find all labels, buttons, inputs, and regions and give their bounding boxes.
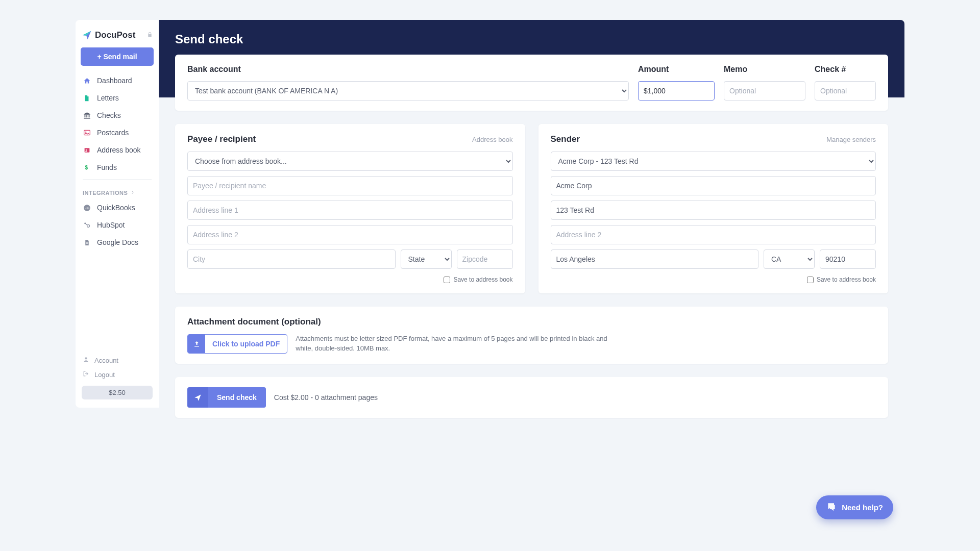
integration-label: HubSpot — [97, 221, 125, 229]
account-link[interactable]: Account — [76, 353, 159, 367]
send-check-button[interactable]: Send check — [187, 387, 266, 408]
check-number-input[interactable] — [815, 81, 876, 101]
integration-hubspot[interactable]: HubSpot — [76, 216, 159, 234]
logout-link[interactable]: Logout — [76, 367, 159, 382]
amount-label: Amount — [638, 65, 715, 74]
account-label: Account — [94, 357, 118, 364]
user-icon — [83, 356, 89, 364]
sender-city-input[interactable] — [551, 249, 759, 269]
integrations-header[interactable]: INTEGRATIONS — [76, 183, 159, 199]
nav-label: Checks — [97, 111, 121, 119]
home-icon — [83, 77, 91, 85]
nav-label: Dashboard — [97, 77, 132, 85]
svg-point-1 — [85, 132, 86, 133]
memo-input[interactable] — [724, 81, 805, 101]
chevron-right-icon — [131, 190, 135, 196]
nav-label: Postcards — [97, 129, 129, 137]
integration-google-docs[interactable]: Google Docs — [76, 234, 159, 251]
sender-save-label: Save to address book — [817, 276, 876, 283]
sender-addr2-input[interactable] — [551, 225, 876, 244]
payee-name-input[interactable] — [187, 176, 513, 195]
upload-label: Click to upload PDF — [205, 335, 287, 353]
image-icon — [83, 129, 91, 137]
paper-plane-icon — [82, 30, 92, 40]
sender-save-row[interactable]: Save to address book — [551, 276, 876, 283]
google-docs-icon — [83, 238, 91, 246]
address-book-icon — [83, 146, 91, 154]
file-icon — [83, 94, 91, 102]
balance-amount: $2.50 — [109, 389, 126, 396]
sender-state-select[interactable]: CA — [764, 249, 815, 269]
help-label: Need help? — [842, 503, 883, 512]
send-check-label: Send check — [208, 387, 266, 408]
memo-label: Memo — [724, 65, 805, 74]
attachment-card: Attachment document (optional) Click to … — [175, 307, 888, 364]
amount-input[interactable] — [638, 81, 715, 101]
submit-card: Send check Cost $2.00 - 0 attachment pag… — [175, 377, 888, 418]
nav-item-dashboard[interactable]: Dashboard — [76, 72, 159, 89]
sender-name-input[interactable] — [551, 176, 876, 195]
page-title: Send check — [175, 32, 888, 46]
lock-icon — [147, 32, 153, 39]
payee-addr2-input[interactable] — [187, 225, 513, 244]
send-mail-button[interactable]: + Send mail — [81, 47, 154, 66]
payee-city-input[interactable] — [187, 249, 396, 269]
upload-icon — [188, 335, 205, 353]
main: Send check Bank account Test bank accoun… — [159, 20, 904, 408]
svg-rect-10 — [86, 242, 88, 242]
sidebar: DocuPost + Send mail Dashboard Letters C… — [76, 20, 159, 408]
payee-save-label: Save to address book — [453, 276, 512, 283]
sender-zip-input[interactable] — [820, 249, 876, 269]
svg-point-7 — [84, 222, 86, 224]
bank-account-label: Bank account — [187, 65, 629, 74]
svg-line-9 — [86, 224, 87, 226]
payee-save-checkbox[interactable] — [444, 277, 450, 283]
nav-item-checks[interactable]: Checks — [76, 107, 159, 124]
content: Bank account Test bank account (BANK OF … — [175, 55, 888, 418]
sender-select[interactable]: Acme Corp - 123 Test Rd — [551, 152, 876, 171]
sender-addr1-input[interactable] — [551, 201, 876, 220]
address-book-link[interactable]: Address book — [472, 136, 513, 143]
sender-title: Sender — [551, 134, 580, 144]
payee-card: Payee / recipient Address book Choose fr… — [175, 124, 525, 293]
balance-pill[interactable]: $2.50 — [82, 386, 153, 399]
svg-point-3 — [85, 149, 86, 150]
svg-text:qb: qb — [85, 206, 89, 210]
integration-quickbooks[interactable]: qb QuickBooks — [76, 199, 159, 216]
payee-save-row[interactable]: Save to address book — [187, 276, 513, 283]
nav-item-address-book[interactable]: Address book — [76, 141, 159, 159]
integrations-list: qb QuickBooks HubSpot Google Docs — [76, 199, 159, 251]
nav-label: Funds — [97, 163, 117, 171]
nav-label: Address book — [97, 146, 141, 154]
nav-item-letters[interactable]: Letters — [76, 89, 159, 107]
nav-item-postcards[interactable]: Postcards — [76, 124, 159, 141]
nav-item-funds[interactable]: $ Funds — [76, 159, 159, 176]
logo: DocuPost — [76, 26, 159, 47]
integration-label: QuickBooks — [97, 204, 135, 212]
bank-amount-card: Bank account Test bank account (BANK OF … — [175, 55, 888, 111]
svg-rect-11 — [86, 243, 88, 243]
svg-point-12 — [85, 357, 87, 359]
upload-pdf-button[interactable]: Click to upload PDF — [187, 334, 287, 354]
payee-state-select[interactable]: State — [401, 249, 452, 269]
chat-icon — [826, 502, 837, 513]
bank-account-select[interactable]: Test bank account (BANK OF AMERICA N A) — [187, 81, 629, 101]
nav-label: Letters — [97, 94, 119, 102]
payee-zip-input[interactable] — [457, 249, 513, 269]
manage-senders-link[interactable]: Manage senders — [826, 136, 876, 143]
brand-name: DocuPost — [95, 30, 135, 40]
svg-rect-2 — [84, 148, 89, 153]
sender-card: Sender Manage senders Acme Corp - 123 Te… — [538, 124, 889, 293]
dollar-icon: $ — [83, 163, 91, 171]
bank-icon — [83, 111, 91, 119]
nav-list: Dashboard Letters Checks Postcards Addre… — [76, 72, 159, 176]
help-widget[interactable]: Need help? — [816, 495, 893, 519]
logout-label: Logout — [94, 371, 115, 379]
svg-text:$: $ — [85, 165, 88, 170]
payee-address-book-select[interactable]: Choose from address book... — [187, 152, 513, 171]
sender-save-checkbox[interactable] — [807, 277, 814, 283]
paper-plane-icon — [187, 387, 208, 408]
attachment-description: Attachments must be letter sized PDF for… — [296, 334, 612, 354]
cost-text: Cost $2.00 - 0 attachment pages — [274, 393, 378, 402]
payee-addr1-input[interactable] — [187, 201, 513, 220]
